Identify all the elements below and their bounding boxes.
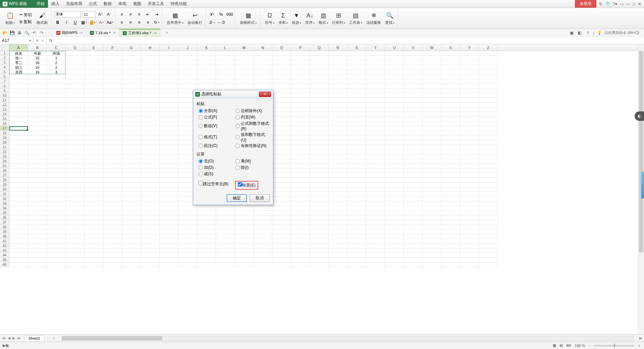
cell[interactable] bbox=[310, 178, 329, 183]
cell[interactable] bbox=[85, 56, 103, 60]
row-header-26[interactable]: 26 bbox=[0, 168, 9, 173]
cell[interactable] bbox=[178, 70, 197, 74]
cell[interactable] bbox=[329, 244, 347, 248]
cell[interactable] bbox=[423, 84, 441, 89]
cell[interactable] bbox=[47, 79, 66, 84]
cell[interactable] bbox=[254, 253, 272, 258]
cell[interactable] bbox=[385, 103, 404, 107]
cell[interactable] bbox=[197, 70, 216, 74]
row-header-22[interactable]: 22 bbox=[0, 150, 9, 154]
cell[interactable] bbox=[366, 89, 385, 93]
cell[interactable] bbox=[347, 145, 366, 150]
cell[interactable] bbox=[178, 206, 197, 211]
font-size-select[interactable] bbox=[82, 11, 96, 18]
cell[interactable] bbox=[272, 89, 291, 93]
cell[interactable] bbox=[441, 154, 460, 159]
add-doc-button[interactable]: ＋ bbox=[162, 30, 172, 36]
cell[interactable] bbox=[441, 98, 460, 103]
worksheet-button[interactable]: ▤工作表 bbox=[347, 11, 364, 25]
cell[interactable] bbox=[122, 215, 141, 220]
cell[interactable] bbox=[385, 117, 404, 121]
cell[interactable] bbox=[254, 74, 272, 79]
cell[interactable] bbox=[66, 234, 85, 239]
cell[interactable] bbox=[103, 192, 122, 197]
cell[interactable] bbox=[479, 173, 498, 178]
side-panel-toggle[interactable]: ◐ bbox=[635, 111, 644, 121]
cell[interactable] bbox=[347, 74, 366, 79]
cell[interactable] bbox=[235, 230, 254, 234]
symbol-button[interactable]: Ω符号 bbox=[263, 11, 276, 25]
cell[interactable] bbox=[366, 79, 385, 84]
cell[interactable] bbox=[460, 187, 479, 192]
cell[interactable] bbox=[310, 140, 329, 145]
skin-icon[interactable]: 👕 bbox=[605, 2, 610, 6]
cell[interactable] bbox=[329, 117, 347, 121]
cell[interactable] bbox=[329, 192, 347, 197]
cell[interactable] bbox=[160, 89, 178, 93]
fx-icon[interactable]: fx bbox=[47, 38, 55, 43]
cell[interactable] bbox=[460, 201, 479, 206]
row-header-12[interactable]: 12 bbox=[0, 103, 9, 107]
row-header-15[interactable]: 15 bbox=[0, 117, 9, 121]
cell[interactable] bbox=[441, 117, 460, 121]
cell[interactable] bbox=[310, 65, 329, 70]
cell[interactable] bbox=[103, 248, 122, 253]
cell[interactable] bbox=[47, 107, 66, 112]
cell[interactable] bbox=[85, 244, 103, 248]
cell[interactable] bbox=[479, 215, 498, 220]
cell[interactable] bbox=[235, 220, 254, 225]
cell[interactable] bbox=[141, 201, 160, 206]
cell[interactable] bbox=[310, 154, 329, 159]
cell[interactable] bbox=[347, 178, 366, 183]
cell[interactable] bbox=[347, 159, 366, 164]
cell[interactable] bbox=[423, 93, 441, 98]
cell[interactable] bbox=[366, 117, 385, 121]
cell[interactable] bbox=[460, 126, 479, 131]
cell[interactable] bbox=[291, 258, 310, 262]
cell[interactable] bbox=[28, 93, 47, 98]
cell[interactable] bbox=[460, 112, 479, 117]
cell[interactable] bbox=[366, 140, 385, 145]
cell[interactable] bbox=[329, 103, 347, 107]
cell[interactable] bbox=[28, 150, 47, 154]
menu-tab-6[interactable]: 视图 bbox=[130, 0, 145, 8]
menu-tab-0[interactable]: 开始 bbox=[33, 0, 48, 8]
cell[interactable] bbox=[141, 89, 160, 93]
cell[interactable] bbox=[291, 201, 310, 206]
cell[interactable] bbox=[441, 178, 460, 183]
cell[interactable] bbox=[423, 201, 441, 206]
cell[interactable] bbox=[347, 239, 366, 244]
cell[interactable] bbox=[141, 84, 160, 89]
cell[interactable] bbox=[47, 183, 66, 187]
view-normal-icon[interactable]: ▦ bbox=[553, 343, 556, 348]
cell[interactable] bbox=[291, 154, 310, 159]
cell[interactable] bbox=[291, 164, 310, 168]
cell[interactable] bbox=[329, 107, 347, 112]
cell[interactable] bbox=[441, 187, 460, 192]
cell[interactable] bbox=[347, 183, 366, 187]
cell[interactable]: 16 bbox=[28, 60, 47, 65]
select-all-corner[interactable] bbox=[0, 44, 9, 51]
row-header-28[interactable]: 28 bbox=[0, 178, 9, 183]
cell[interactable] bbox=[423, 192, 441, 197]
cell[interactable] bbox=[160, 230, 178, 234]
cell[interactable] bbox=[423, 183, 441, 187]
cell[interactable] bbox=[404, 79, 423, 84]
cell[interactable] bbox=[160, 150, 178, 154]
cell[interactable] bbox=[479, 126, 498, 131]
paste-option[interactable]: 列宽(W) bbox=[235, 114, 270, 120]
doc-close-icon[interactable]: ✕ bbox=[113, 31, 116, 35]
row-header-17[interactable]: 17 bbox=[0, 126, 9, 131]
cell[interactable] bbox=[423, 220, 441, 225]
open-icon[interactable]: 📂 bbox=[2, 30, 7, 36]
table-style-button[interactable]: ▦表格样式 bbox=[238, 11, 259, 25]
cell[interactable] bbox=[103, 74, 122, 79]
cell[interactable] bbox=[122, 65, 141, 70]
cell[interactable] bbox=[479, 117, 498, 121]
cell[interactable] bbox=[460, 121, 479, 126]
cell[interactable] bbox=[216, 262, 235, 267]
cell[interactable] bbox=[385, 79, 404, 84]
cell[interactable] bbox=[347, 126, 366, 131]
cell[interactable] bbox=[28, 112, 47, 117]
cell[interactable] bbox=[366, 225, 385, 230]
